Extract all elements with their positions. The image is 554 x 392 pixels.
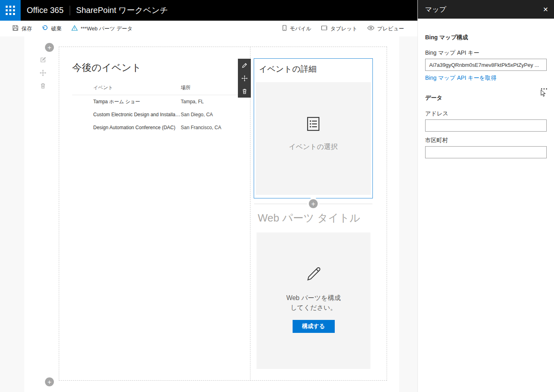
address-label: アドレス bbox=[425, 110, 448, 117]
webpart-data-button[interactable]: ***Web パーツ データ bbox=[71, 25, 133, 32]
command-bar-left: 保存 破棄 ***Web パーツ データ bbox=[12, 25, 133, 32]
webpart-data-label: ***Web パーツ データ bbox=[81, 25, 133, 32]
event-location: Tampa, FL bbox=[181, 99, 240, 104]
column-header-location: 場所 bbox=[181, 84, 240, 91]
bing-config-heading: Bing マップ構成 bbox=[425, 34, 468, 41]
add-section-button-bottom[interactable]: + bbox=[45, 377, 54, 386]
event-name: Design Automation Conference (DAC) bbox=[72, 125, 181, 130]
discard-button[interactable]: 破棄 bbox=[42, 25, 62, 32]
pencil-icon bbox=[304, 265, 323, 283]
events-webpart-title: 今後のイベント bbox=[72, 61, 141, 74]
plus-icon: + bbox=[47, 379, 51, 386]
configure-message-line1: Web パーツを構成 bbox=[286, 293, 340, 303]
eye-icon bbox=[367, 25, 374, 32]
divider bbox=[70, 6, 70, 15]
preview-label: プレビュー bbox=[377, 25, 404, 32]
webpart-title-placeholder[interactable]: Web パーツ タイトル bbox=[258, 211, 360, 225]
property-pane: マップ ✕ Bing マップ構成 Bing マップ API キー Bing マッ… bbox=[417, 0, 554, 392]
city-input[interactable] bbox=[425, 146, 547, 158]
workbench-page: Office 365 SharePoint ワークベンチ 保存 破棄 bbox=[0, 0, 554, 392]
table-row: Design Automation Conference (DAC) San F… bbox=[72, 121, 240, 134]
details-placeholder: イベントの選択 bbox=[256, 82, 371, 195]
add-section-button-top[interactable]: + bbox=[45, 43, 54, 52]
address-input[interactable] bbox=[425, 119, 547, 132]
save-label: 保存 bbox=[21, 25, 32, 32]
delete-section-icon[interactable] bbox=[39, 82, 47, 89]
event-location: San Francisco, CA bbox=[181, 125, 240, 130]
mobile-label: モバイル bbox=[290, 25, 311, 32]
preview-button[interactable]: プレビュー bbox=[367, 25, 404, 32]
data-heading: データ bbox=[425, 94, 443, 102]
move-webpart-icon[interactable] bbox=[238, 72, 251, 85]
workbench-title: SharePoint ワークベンチ bbox=[76, 5, 168, 16]
tablet-icon bbox=[321, 25, 327, 32]
event-name: Custom Electronic Design and Installatio… bbox=[72, 112, 181, 117]
plus-icon: + bbox=[47, 44, 51, 51]
tablet-preview-button[interactable]: タブレット bbox=[321, 25, 357, 32]
discard-label: 破棄 bbox=[51, 25, 62, 32]
configure-webpart-placeholder[interactable]: Web パーツを構成 してください。 構成する bbox=[257, 232, 370, 369]
section-toolbar bbox=[39, 56, 47, 89]
edit-webpart-icon[interactable] bbox=[238, 59, 251, 72]
property-pane-header: マップ ✕ bbox=[418, 0, 554, 19]
suite-bar: Office 365 SharePoint ワークベンチ bbox=[0, 0, 417, 21]
list-icon bbox=[306, 116, 320, 132]
undo-icon bbox=[42, 25, 48, 32]
city-label: 市区町村 bbox=[425, 137, 448, 144]
get-api-key-link[interactable]: Bing マップ API キーを取得 bbox=[425, 75, 496, 82]
plus-icon: + bbox=[311, 200, 315, 207]
move-section-icon[interactable] bbox=[39, 69, 47, 77]
command-bar: 保存 破棄 ***Web パーツ データ モバイル bbox=[0, 21, 417, 36]
event-location: San Diego, CA bbox=[181, 112, 240, 117]
close-icon[interactable]: ✕ bbox=[543, 0, 548, 19]
mobile-preview-button[interactable]: モバイル bbox=[282, 25, 311, 32]
table-row: Custom Electronic Design and Installatio… bbox=[72, 108, 240, 121]
select-event-label: イベントの選択 bbox=[289, 142, 338, 151]
configure-button[interactable]: 構成する bbox=[293, 320, 335, 333]
warning-triangle-icon bbox=[71, 25, 78, 32]
configure-message-line2: してください。 bbox=[286, 303, 340, 313]
save-icon bbox=[12, 25, 19, 32]
tablet-label: タブレット bbox=[330, 25, 357, 32]
events-table: イベント 場所 Tampa ホーム ショー Tampa, FL Custom E… bbox=[72, 81, 240, 134]
delete-webpart-icon[interactable] bbox=[238, 85, 251, 98]
api-key-label: Bing マップ API キー bbox=[425, 49, 479, 57]
mouse-cursor bbox=[541, 89, 546, 97]
events-table-header: イベント 場所 bbox=[72, 81, 240, 95]
table-row: Tampa ホーム ショー Tampa, FL bbox=[72, 95, 240, 108]
api-key-input[interactable] bbox=[425, 59, 547, 71]
details-webpart-title: イベントの詳細 bbox=[259, 64, 317, 75]
command-bar-right: モバイル タブレット プレビュー bbox=[282, 25, 404, 32]
office-365-brand[interactable]: Office 365 bbox=[27, 6, 64, 15]
mobile-icon bbox=[282, 25, 287, 32]
configure-message: Web パーツを構成 してください。 bbox=[286, 293, 340, 313]
column-header-event: イベント bbox=[72, 84, 181, 91]
property-pane-title: マップ bbox=[425, 5, 446, 14]
event-details-webpart[interactable]: イベントの詳細 イベントの選択 bbox=[254, 58, 373, 198]
edit-section-icon[interactable] bbox=[39, 56, 47, 64]
add-webpart-button[interactable]: + bbox=[309, 199, 318, 208]
more-options-icon[interactable] bbox=[540, 87, 548, 90]
app-launcher-icon[interactable] bbox=[0, 0, 21, 21]
save-button[interactable]: 保存 bbox=[12, 25, 32, 32]
webpart-toolbar bbox=[238, 59, 251, 98]
event-name: Tampa ホーム ショー bbox=[72, 98, 181, 105]
